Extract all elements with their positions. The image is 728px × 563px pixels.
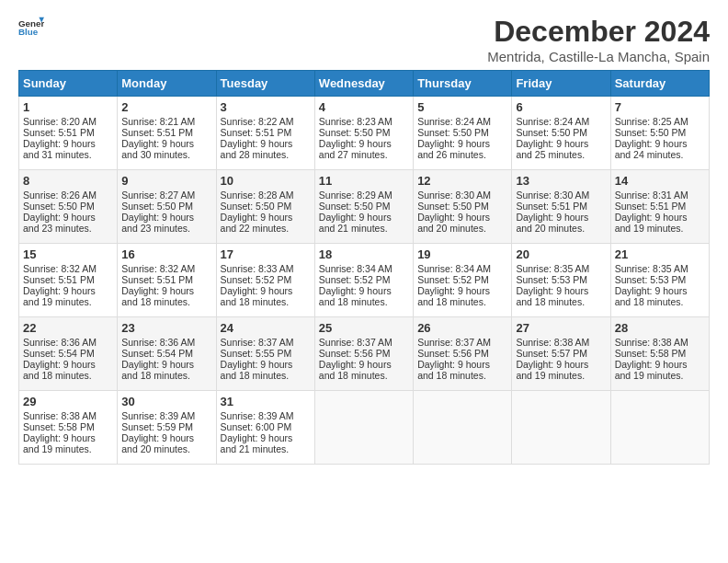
sunset-text: Sunset: 5:50 PM: [319, 127, 391, 138]
calendar-cell: 31Sunrise: 8:39 AMSunset: 6:00 PMDayligh…: [216, 391, 314, 465]
sunrise-text: Sunrise: 8:27 AM: [121, 190, 195, 201]
sunrise-text: Sunrise: 8:34 AM: [417, 263, 491, 274]
calendar-cell: 4Sunrise: 8:23 AMSunset: 5:50 PMDaylight…: [314, 97, 413, 170]
sunset-text: Sunset: 5:53 PM: [615, 274, 687, 285]
calendar-cell: 2Sunrise: 8:21 AMSunset: 5:51 PMDaylight…: [118, 97, 216, 170]
calendar-cell: 13Sunrise: 8:30 AMSunset: 5:51 PMDayligh…: [512, 170, 610, 244]
main-title: December 2024: [487, 15, 710, 49]
calendar-cell: 12Sunrise: 8:30 AMSunset: 5:50 PMDayligh…: [414, 170, 512, 244]
daylight-text: Daylight: 9 hours and 18 minutes.: [319, 285, 392, 307]
sunrise-text: Sunrise: 8:25 AM: [615, 116, 688, 127]
daylight-text: Daylight: 9 hours and 18 minutes.: [221, 285, 293, 307]
sunrise-text: Sunrise: 8:37 AM: [319, 337, 392, 348]
day-header-wednesday: Wednesday: [314, 71, 413, 97]
sunrise-text: Sunrise: 8:36 AM: [121, 337, 195, 348]
day-number: 24: [221, 321, 311, 335]
day-number: 28: [615, 321, 705, 335]
sunrise-text: Sunrise: 8:36 AM: [23, 337, 97, 348]
calendar-cell: 29Sunrise: 8:38 AMSunset: 5:58 PMDayligh…: [19, 391, 118, 465]
daylight-text: Daylight: 9 hours and 27 minutes.: [319, 138, 392, 160]
calendar-body: 1Sunrise: 8:20 AMSunset: 5:51 PMDaylight…: [19, 97, 710, 465]
sunrise-text: Sunrise: 8:24 AM: [516, 116, 589, 127]
sunset-text: Sunset: 5:52 PM: [417, 274, 489, 285]
sunset-text: Sunset: 5:50 PM: [319, 201, 391, 212]
logo-icon: General Blue: [18, 15, 44, 40]
day-number: 26: [417, 321, 507, 335]
day-number: 11: [319, 174, 409, 188]
daylight-text: Daylight: 9 hours and 18 minutes.: [221, 359, 293, 381]
daylight-text: Daylight: 9 hours and 25 minutes.: [516, 138, 588, 160]
calendar-cell: [610, 391, 709, 465]
calendar-table: SundayMondayTuesdayWednesdayThursdayFrid…: [18, 70, 710, 465]
daylight-text: Daylight: 9 hours and 18 minutes.: [121, 359, 194, 381]
day-header-monday: Monday: [118, 71, 216, 97]
day-number: 16: [121, 247, 211, 261]
sunrise-text: Sunrise: 8:30 AM: [516, 190, 589, 201]
sunrise-text: Sunrise: 8:39 AM: [121, 410, 195, 421]
svg-text:Blue: Blue: [18, 27, 39, 37]
week-row-2: 8Sunrise: 8:26 AMSunset: 5:50 PMDaylight…: [19, 170, 710, 244]
sunset-text: Sunset: 5:51 PM: [615, 201, 687, 212]
sunrise-text: Sunrise: 8:23 AM: [319, 116, 392, 127]
calendar-cell: 18Sunrise: 8:34 AMSunset: 5:52 PMDayligh…: [314, 244, 413, 317]
daylight-text: Daylight: 9 hours and 19 minutes.: [516, 359, 588, 381]
calendar-cell: 3Sunrise: 8:22 AMSunset: 5:51 PMDaylight…: [216, 97, 314, 170]
calendar-cell: 15Sunrise: 8:32 AMSunset: 5:51 PMDayligh…: [19, 244, 118, 317]
sunrise-text: Sunrise: 8:37 AM: [221, 337, 294, 348]
calendar-cell: 17Sunrise: 8:33 AMSunset: 5:52 PMDayligh…: [216, 244, 314, 317]
calendar-cell: 7Sunrise: 8:25 AMSunset: 5:50 PMDaylight…: [610, 97, 709, 170]
daylight-text: Daylight: 9 hours and 28 minutes.: [221, 138, 293, 160]
day-number: 29: [23, 395, 113, 408]
day-number: 17: [221, 247, 311, 261]
calendar-cell: [512, 391, 610, 465]
calendar-cell: 11Sunrise: 8:29 AMSunset: 5:50 PMDayligh…: [314, 170, 413, 244]
sunset-text: Sunset: 5:52 PM: [319, 274, 391, 285]
calendar-cell: 25Sunrise: 8:37 AMSunset: 5:56 PMDayligh…: [314, 317, 413, 391]
daylight-text: Daylight: 9 hours and 30 minutes.: [121, 138, 194, 160]
logo: General Blue: [18, 15, 44, 40]
day-number: 4: [319, 100, 409, 114]
sunrise-text: Sunrise: 8:30 AM: [417, 190, 491, 201]
day-number: 14: [615, 174, 705, 188]
sunset-text: Sunset: 5:50 PM: [221, 201, 292, 212]
calendar-cell: 5Sunrise: 8:24 AMSunset: 5:50 PMDaylight…: [414, 97, 512, 170]
day-number: 15: [23, 247, 113, 261]
day-header-thursday: Thursday: [414, 71, 512, 97]
day-number: 12: [417, 174, 507, 188]
calendar-cell: 6Sunrise: 8:24 AMSunset: 5:50 PMDaylight…: [512, 97, 610, 170]
sunrise-text: Sunrise: 8:35 AM: [516, 263, 589, 274]
sunset-text: Sunset: 5:51 PM: [121, 127, 193, 138]
sunrise-text: Sunrise: 8:38 AM: [516, 337, 589, 348]
calendar-cell: 22Sunrise: 8:36 AMSunset: 5:54 PMDayligh…: [19, 317, 118, 391]
sunrise-text: Sunrise: 8:34 AM: [319, 263, 392, 274]
sunrise-text: Sunrise: 8:32 AM: [121, 263, 195, 274]
calendar-cell: 19Sunrise: 8:34 AMSunset: 5:52 PMDayligh…: [414, 244, 512, 317]
daylight-text: Daylight: 9 hours and 23 minutes.: [121, 212, 194, 234]
sunrise-text: Sunrise: 8:24 AM: [417, 116, 491, 127]
day-number: 31: [221, 395, 311, 408]
calendar-cell: [314, 391, 413, 465]
sunset-text: Sunset: 5:51 PM: [23, 127, 95, 138]
sunrise-text: Sunrise: 8:21 AM: [121, 116, 195, 127]
sunrise-text: Sunrise: 8:38 AM: [23, 410, 97, 421]
day-number: 9: [121, 174, 211, 188]
daylight-text: Daylight: 9 hours and 21 minutes.: [221, 432, 293, 454]
daylight-text: Daylight: 9 hours and 18 minutes.: [417, 359, 490, 381]
sunset-text: Sunset: 5:51 PM: [516, 201, 587, 212]
day-number: 27: [516, 321, 606, 335]
sunrise-text: Sunrise: 8:39 AM: [221, 410, 294, 421]
calendar-cell: 27Sunrise: 8:38 AMSunset: 5:57 PMDayligh…: [512, 317, 610, 391]
sunset-text: Sunset: 5:50 PM: [417, 201, 489, 212]
daylight-text: Daylight: 9 hours and 31 minutes.: [23, 138, 96, 160]
sunrise-text: Sunrise: 8:29 AM: [319, 190, 392, 201]
sunset-text: Sunset: 5:50 PM: [615, 127, 687, 138]
calendar-cell: 23Sunrise: 8:36 AMSunset: 5:54 PMDayligh…: [118, 317, 216, 391]
day-number: 23: [121, 321, 211, 335]
day-number: 8: [23, 174, 113, 188]
sunset-text: Sunset: 5:56 PM: [319, 348, 391, 359]
sunset-text: Sunset: 5:52 PM: [221, 274, 292, 285]
calendar-cell: [414, 391, 512, 465]
calendar-header-row: SundayMondayTuesdayWednesdayThursdayFrid…: [19, 71, 710, 97]
sunset-text: Sunset: 5:59 PM: [121, 421, 193, 432]
week-row-4: 22Sunrise: 8:36 AMSunset: 5:54 PMDayligh…: [19, 317, 710, 391]
